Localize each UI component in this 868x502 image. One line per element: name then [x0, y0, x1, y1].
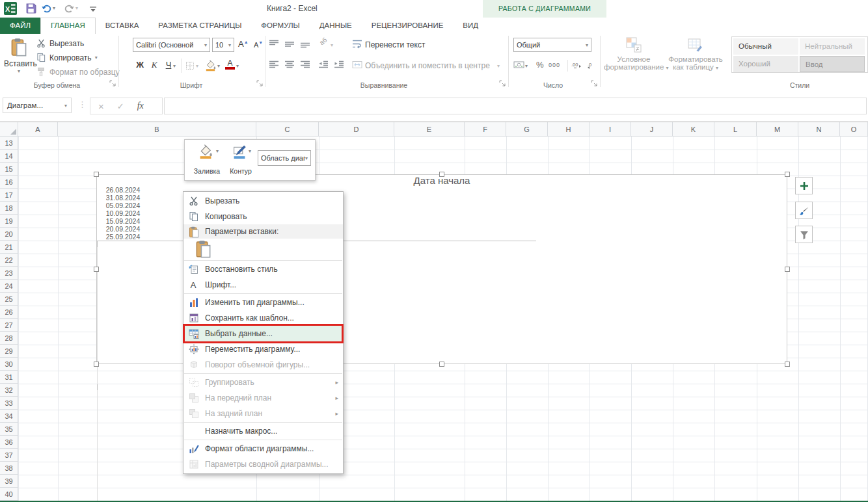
- shrink-font-button[interactable]: А▼: [254, 40, 263, 49]
- conditional-formatting-button[interactable]: ≠ Условное форматирование ▾: [604, 36, 664, 71]
- row-header-24[interactable]: 24: [0, 280, 18, 293]
- insert-function-icon[interactable]: fx: [137, 101, 144, 111]
- format-as-table-button[interactable]: Форматировать как таблицу ▾: [665, 36, 726, 71]
- menu-item-save-as-template[interactable]: Сохранить как шаблон...: [183, 310, 343, 326]
- selection-handle[interactable]: [439, 172, 444, 177]
- copy-button[interactable]: Копировать ▾: [36, 53, 98, 62]
- menu-item-change-chart-type[interactable]: Изменить тип диаграммы...: [183, 295, 343, 310]
- fill-dropdown-icon[interactable]: ▾: [216, 148, 219, 154]
- outline-button[interactable]: ▾ Контур: [225, 142, 256, 176]
- redo-icon[interactable]: [64, 3, 75, 14]
- column-header-K[interactable]: K: [673, 122, 714, 137]
- menu-item-select-data[interactable]: Выбрать данные...: [183, 326, 343, 341]
- formula-bar-splitter[interactable]: ⋮: [78, 99, 87, 109]
- axis-tick-label[interactable]: 15.09.2024: [97, 217, 149, 225]
- paste-button[interactable]: Вставить ▾: [4, 36, 34, 85]
- row-header-17[interactable]: 17: [0, 189, 18, 202]
- align-right-icon[interactable]: [300, 60, 310, 69]
- menu-item-format-chart-area[interactable]: Формат области диаграммы...: [183, 441, 343, 456]
- cut-button[interactable]: Вырезать: [36, 38, 84, 48]
- row-header-20[interactable]: 20: [0, 228, 18, 241]
- selection-handle[interactable]: [94, 362, 99, 367]
- tab-вставка[interactable]: ВСТАВКА: [96, 18, 149, 34]
- excel-logo-icon[interactable]: X: [4, 2, 17, 15]
- row-header-37[interactable]: 37: [0, 449, 18, 462]
- row-header-33[interactable]: 33: [0, 397, 18, 410]
- row-header-34[interactable]: 34: [0, 410, 18, 423]
- selection-handle[interactable]: [94, 267, 99, 272]
- menu-paste-option[interactable]: [183, 239, 343, 259]
- customize-quick-access-icon[interactable]: [88, 5, 98, 14]
- tab-главная[interactable]: ГЛАВНАЯ: [40, 18, 96, 34]
- tab-данные[interactable]: ДАННЫЕ: [310, 18, 362, 34]
- row-header-18[interactable]: 18: [0, 202, 18, 215]
- tab-рецензирование[interactable]: РЕЦЕНЗИРОВАНИЕ: [362, 18, 454, 34]
- menu-item-cut[interactable]: Вырезать: [183, 193, 343, 209]
- row-header-21[interactable]: 21: [0, 241, 18, 254]
- column-header-N[interactable]: N: [798, 122, 840, 137]
- increase-indent-icon[interactable]: [334, 60, 344, 69]
- menu-item-assign-macro[interactable]: Назначить макрос...: [183, 423, 343, 439]
- axis-tick-label[interactable]: 05.09.2024: [97, 202, 149, 209]
- row-header-19[interactable]: 19: [0, 215, 18, 228]
- selection-handle[interactable]: [94, 172, 99, 177]
- row-header-35[interactable]: 35: [0, 423, 18, 436]
- row-header-28[interactable]: 28: [0, 332, 18, 345]
- column-header-A[interactable]: A: [18, 122, 58, 137]
- column-header-C[interactable]: C: [256, 122, 319, 137]
- font-color-button[interactable]: А: [225, 59, 235, 70]
- axis-tick-label[interactable]: 20.09.2024: [97, 225, 149, 233]
- wrap-text-label[interactable]: Перенести текст: [365, 40, 425, 49]
- accounting-format-icon[interactable]: [513, 60, 524, 70]
- axis-tick-label[interactable]: 26.08.2024: [97, 186, 149, 194]
- row-header-23[interactable]: 23: [0, 267, 18, 280]
- tab-разметка-страницы[interactable]: РАЗМЕТКА СТРАНИЦЫ: [148, 18, 251, 34]
- row-header-29[interactable]: 29: [0, 345, 18, 358]
- comma-style-button[interactable]: 000: [549, 62, 560, 68]
- name-box[interactable]: Диаграм... ▾: [3, 98, 72, 113]
- clipboard-dialog-launcher-icon[interactable]: [109, 80, 116, 87]
- row-header-36[interactable]: 36: [0, 436, 18, 449]
- number-format-combo[interactable]: Общий ▾: [513, 38, 591, 52]
- row-header-40[interactable]: 40: [0, 488, 18, 501]
- undo-icon[interactable]: [41, 3, 52, 14]
- font-dialog-launcher-icon[interactable]: [256, 80, 264, 87]
- column-header-L[interactable]: L: [714, 122, 757, 137]
- decrease-decimal-icon[interactable]: .0: [586, 60, 597, 69]
- chart-filters-button[interactable]: [795, 226, 813, 243]
- row-header-14[interactable]: 14: [0, 150, 18, 163]
- selection-handle[interactable]: [785, 362, 790, 367]
- column-header-D[interactable]: D: [319, 122, 394, 137]
- name-box-dropdown-icon[interactable]: ▾: [64, 103, 67, 109]
- decrease-indent-icon[interactable]: [318, 60, 329, 69]
- axis-tick-label[interactable]: 31.08.2024: [97, 194, 149, 202]
- column-header-M[interactable]: M: [757, 122, 798, 137]
- column-header-E[interactable]: E: [394, 122, 465, 137]
- selection-handle[interactable]: [439, 362, 444, 367]
- column-header-O[interactable]: O: [840, 122, 868, 137]
- menu-item-paste-options-header[interactable]: Параметры вставки:: [183, 224, 343, 239]
- fill-button[interactable]: ▾ Заливка: [190, 142, 224, 176]
- row-header-26[interactable]: 26: [0, 306, 18, 319]
- row-header-22[interactable]: 22: [0, 254, 18, 267]
- align-center-icon[interactable]: [284, 60, 295, 69]
- menu-item-copy[interactable]: Копировать: [183, 209, 343, 224]
- tab-формулы[interactable]: ФОРМУЛЫ: [251, 18, 309, 34]
- formula-input[interactable]: [164, 98, 867, 114]
- align-bottom-icon[interactable]: [300, 40, 310, 48]
- chart-styles-button[interactable]: [795, 202, 813, 219]
- align-left-icon[interactable]: [269, 60, 279, 69]
- tab-file[interactable]: ФАЙЛ: [0, 18, 40, 34]
- cell-style-normal[interactable]: Обычный: [733, 38, 798, 55]
- align-top-icon[interactable]: [269, 40, 279, 48]
- axis-tick-label[interactable]: 25.09.2024: [97, 233, 149, 241]
- underline-dropdown-icon[interactable]: ▾: [173, 63, 176, 69]
- row-header-30[interactable]: 30: [0, 358, 18, 371]
- row-header-38[interactable]: 38: [0, 462, 18, 475]
- row-header-31[interactable]: 31: [0, 371, 18, 384]
- font-color-dropdown-icon[interactable]: ▾: [236, 63, 239, 69]
- row-header-13[interactable]: 13: [0, 137, 18, 150]
- column-header-J[interactable]: J: [631, 122, 673, 137]
- italic-button[interactable]: К: [148, 59, 161, 72]
- selection-handle[interactable]: [785, 267, 790, 272]
